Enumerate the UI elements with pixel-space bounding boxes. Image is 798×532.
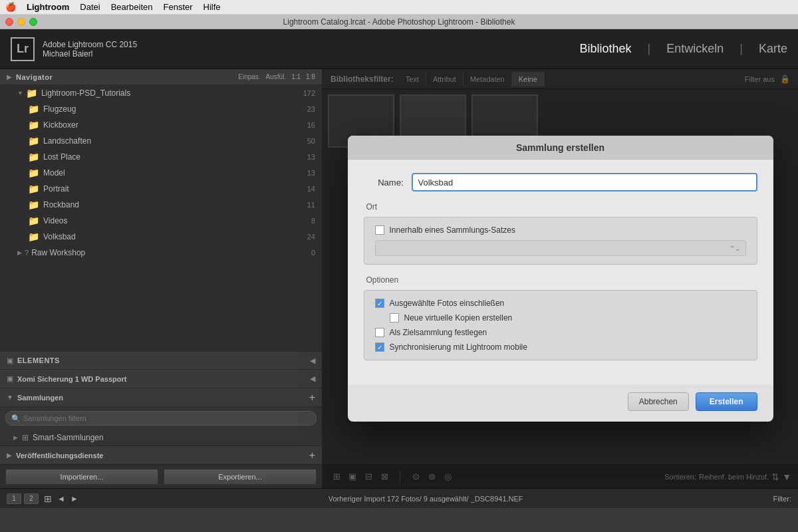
folder-item-1[interactable]: 📁 Kickboxer 16 xyxy=(0,117,322,133)
nav-ctrl-1-1[interactable]: 1:1 xyxy=(291,73,301,80)
opt3-row: Als Zielsammlung festlegen xyxy=(375,328,746,337)
app-header: Lr Adobe Lightroom CC 2015 Michael Baier… xyxy=(0,29,798,69)
status-text: Vorheriger Import 172 Fotos/ 9 ausgewähl… xyxy=(84,495,768,503)
module-entwickeln[interactable]: Entwickeln xyxy=(666,42,724,56)
status-filter-label: Filter: xyxy=(773,495,792,503)
vd-title: Veröffentlichungsdienste xyxy=(16,452,103,460)
maximize-button[interactable] xyxy=(29,18,37,26)
apple-menu[interactable]: 🍎 xyxy=(5,2,16,12)
menu-item-datei[interactable]: Datei xyxy=(80,2,100,12)
folder-count-6: 11 xyxy=(307,201,315,209)
name-row: Name: xyxy=(364,173,757,192)
nav-next-icon[interactable]: ► xyxy=(70,494,78,503)
module-sep-2: | xyxy=(739,42,743,56)
optionen-content: ✓ Ausgewählte Fotos einschließen Neue vi… xyxy=(364,290,757,360)
app-title: Adobe Lightroom CC 2015 xyxy=(43,40,580,49)
folder-name-raw: Raw Workshop xyxy=(31,248,311,257)
create-button[interactable]: Erstellen xyxy=(696,392,757,411)
folder-item-7[interactable]: 📁 Videos 8 xyxy=(0,213,322,229)
sammlung-satz-label: Innerhalb eines Sammlungs-Satzes xyxy=(390,225,515,235)
opt1-label: Ausgewählte Fotos einschließen xyxy=(390,299,505,308)
folder-count-3: 13 xyxy=(307,153,315,161)
status-page-2[interactable]: 2 xyxy=(24,493,39,504)
main-layout: ▶ Navigator Einpas. Ausfül. 1:1 1:8 ▼ 📁 … xyxy=(0,69,798,488)
status-page-1[interactable]: 1 xyxy=(7,493,21,504)
wd-section[interactable]: ▣ Xomi Sicherung 1 WD Passport ◀ xyxy=(0,370,322,388)
folder-list: ▼ 📁 Lightroom-PSD_Tutorials 172 📁 Flugze… xyxy=(0,85,322,351)
sammlung-satz-checkbox[interactable] xyxy=(375,225,384,235)
folder-item-4[interactable]: 📁 Model 13 xyxy=(0,165,322,181)
folder-count-2: 50 xyxy=(307,137,315,145)
folder-item-2[interactable]: 📁 Landschaften 50 xyxy=(0,133,322,149)
folder-name-parent: Lightroom-PSD_Tutorials xyxy=(41,88,303,98)
dropdown-arrow-icon: ⌃⌄ xyxy=(730,245,740,252)
folder-item-8[interactable]: 📁 Volksbad 24 xyxy=(0,229,322,245)
folder-icon-6: 📁 xyxy=(28,200,39,210)
minimize-button[interactable] xyxy=(17,18,25,26)
dialog-title: Sammlung erstellen xyxy=(348,136,773,160)
opt4-checkbox[interactable]: ✓ xyxy=(375,342,384,352)
smart-arrow-icon: ▶ xyxy=(13,434,18,441)
folder-item-0[interactable]: 📁 Flugzeug 23 xyxy=(0,101,322,117)
grid-icon[interactable]: ⊞ xyxy=(44,493,52,504)
opt2-checkbox[interactable] xyxy=(390,313,399,323)
title-bar: Lightroom Catalog.lrcat - Adobe Photosho… xyxy=(0,15,798,29)
folder-icon-0: 📁 xyxy=(28,104,39,114)
vd-section[interactable]: ▶ Veröffentlichungsdienste + xyxy=(0,446,322,464)
elements-section[interactable]: ▣ ELEMENTS ◀ xyxy=(0,351,322,370)
cancel-button[interactable]: Abbrechen xyxy=(628,392,689,411)
menu-item-bearbeiten[interactable]: Bearbeiten xyxy=(111,2,153,12)
folder-count-7: 8 xyxy=(311,217,315,225)
folder-name-0: Flugzeug xyxy=(43,104,307,114)
smart-sammlungen-item[interactable]: ▶ ⊞ Smart-Sammlungen xyxy=(0,430,322,446)
nav-ctrl-ausfuel[interactable]: Ausfül. xyxy=(266,73,287,80)
folder-count-8: 24 xyxy=(307,233,315,241)
folder-icon-2: 📁 xyxy=(28,136,39,146)
optionen-section: Optionen ✓ Ausgewählte Fotos einschließe… xyxy=(364,275,757,360)
opt1-checkbox[interactable]: ✓ xyxy=(375,299,384,308)
traffic-lights xyxy=(5,18,37,26)
folder-item-3[interactable]: 📁 Lost Place 13 xyxy=(0,149,322,165)
folder-name-8: Volksbad xyxy=(43,232,307,241)
sammlungen-add-button[interactable]: + xyxy=(309,392,315,404)
module-karte[interactable]: Karte xyxy=(759,42,787,56)
folder-item-parent[interactable]: ▼ 📁 Lightroom-PSD_Tutorials 172 xyxy=(0,85,322,101)
left-panel: ▶ Navigator Einpas. Ausfül. 1:1 1:8 ▼ 📁 … xyxy=(0,69,323,488)
close-button[interactable] xyxy=(5,18,13,26)
menu-bar: 🍎 Lightroom Datei Bearbeiten Fenster Hil… xyxy=(0,0,798,15)
status-bar: 1 2 ⊞ ◄ ► Vorheriger Import 172 Fotos/ 9… xyxy=(0,488,798,508)
folder-name-6: Rockband xyxy=(43,200,307,209)
menu-item-fenster[interactable]: Fenster xyxy=(164,2,193,12)
nav-ctrl-einpas[interactable]: Einpas. xyxy=(238,73,260,80)
navigator-header[interactable]: ▶ Navigator Einpas. Ausfül. 1:1 1:8 xyxy=(0,69,322,85)
dialog-footer: Abbrechen Erstellen xyxy=(348,384,773,422)
ort-section: Ort Innerhalb eines Sammlungs-Satzes ⌃⌄ xyxy=(364,202,757,265)
dialog-body: Name: Ort Innerhalb eines Sammlungs-Satz… xyxy=(348,160,773,384)
name-label: Name: xyxy=(364,178,404,188)
folder-name-7: Videos xyxy=(43,216,311,225)
app-menu-item-lightroom[interactable]: Lightroom xyxy=(27,2,69,12)
nav-ctrl-1-8[interactable]: 1:8 xyxy=(306,73,315,80)
bottom-buttons: Importieren... Exportieren... xyxy=(0,464,322,488)
folder-icon-1: 📁 xyxy=(28,120,39,130)
folder-item-6[interactable]: 📁 Rockband 11 xyxy=(0,197,322,213)
sammlung-dropdown[interactable]: ⌃⌄ xyxy=(375,240,746,256)
opt1-row: ✓ Ausgewählte Fotos einschließen xyxy=(375,299,746,308)
module-bibliothek[interactable]: Bibliothek xyxy=(580,42,632,56)
name-input[interactable] xyxy=(412,173,757,192)
opt3-checkbox[interactable] xyxy=(375,328,384,337)
search-input[interactable] xyxy=(23,414,311,422)
export-button[interactable]: Exportieren... xyxy=(164,469,317,485)
nav-prev-icon[interactable]: ◄ xyxy=(57,494,65,503)
user-name: Michael Baierl xyxy=(43,49,580,59)
ort-label: Ort xyxy=(364,202,757,211)
search-icon: 🔍 xyxy=(11,414,21,423)
wd-title: Xomi Sicherung 1 WD Passport xyxy=(17,375,126,383)
menu-item-hilfe[interactable]: Hilfe xyxy=(203,2,221,12)
folder-item-raw[interactable]: ▶ ? Raw Workshop 0 xyxy=(0,245,322,261)
elements-icon: ▣ xyxy=(7,356,13,365)
folder-icon-parent: 📁 xyxy=(26,88,37,98)
import-button[interactable]: Importieren... xyxy=(5,469,158,485)
app-info: Adobe Lightroom CC 2015 Michael Baierl xyxy=(43,40,580,59)
folder-item-5[interactable]: 📁 Portrait 14 xyxy=(0,181,322,197)
